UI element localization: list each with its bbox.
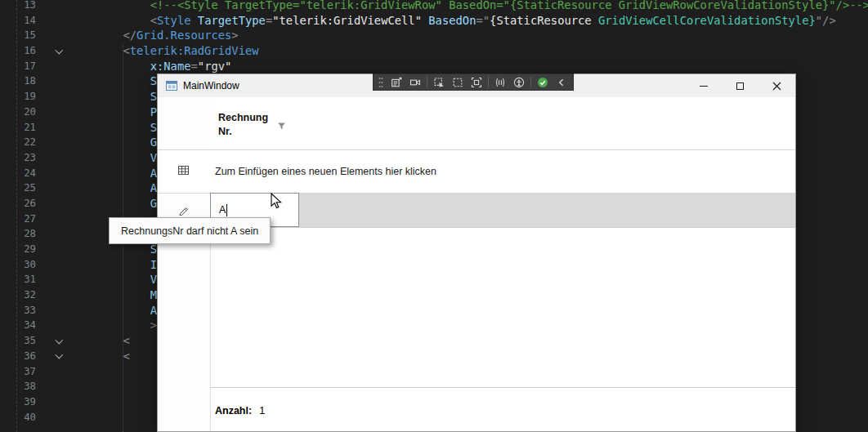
line-number: 20 xyxy=(0,105,36,120)
code-text: <telerik:RadGridView xyxy=(69,43,259,59)
code-line-16[interactable]: 16<telerik:RadGridView xyxy=(0,43,868,59)
code-line-14[interactable]: 14<Style TargetType="telerik:GridViewCel… xyxy=(0,13,868,29)
column-header-rechnung-nr[interactable]: Rechnung Nr. xyxy=(210,97,300,149)
line-number: 39 xyxy=(0,394,36,410)
line-number: 15 xyxy=(0,28,36,43)
edit-cell-value: A xyxy=(219,204,226,216)
accessibility-checker-icon[interactable] xyxy=(512,75,526,89)
line-number: 22 xyxy=(0,135,36,150)
line-number: 28 xyxy=(0,226,36,242)
text-caret xyxy=(226,204,227,216)
add-new-row-label: Zum Einfügen eines neuen Elements hier k… xyxy=(215,150,436,193)
add-new-row[interactable]: Zum Einfügen eines neuen Elements hier k… xyxy=(158,150,795,193)
code-text: V xyxy=(69,150,157,166)
code-text: P xyxy=(69,105,157,120)
code-text: A xyxy=(69,166,157,181)
hot-reload-status-icon[interactable] xyxy=(535,75,550,89)
minimize-icon xyxy=(700,86,708,87)
close-icon xyxy=(772,82,781,91)
line-number: 33 xyxy=(0,303,36,318)
code-text: M xyxy=(69,287,157,303)
line-number: 27 xyxy=(0,212,36,227)
line-number: 36 xyxy=(0,349,36,364)
code-text: I xyxy=(69,257,157,273)
code-text: S xyxy=(69,89,157,105)
code-line-13[interactable]: 13<!--<Style TargetType="telerik:GridVie… xyxy=(0,0,868,13)
line-number: 13 xyxy=(0,0,36,13)
toolbar-separator xyxy=(427,77,427,87)
maximize-icon xyxy=(736,82,744,90)
live-property-explorer-icon[interactable] xyxy=(408,75,423,89)
validation-tooltip-text: RechnungsNr darf nicht A sein xyxy=(121,225,258,237)
main-window: MainWindow Rechnung Nr. xyxy=(157,73,796,432)
window-icon xyxy=(165,79,178,92)
line-number: 18 xyxy=(0,73,36,89)
filter-icon[interactable] xyxy=(277,119,286,128)
fold-chevron-icon[interactable] xyxy=(51,43,66,59)
line-number: 25 xyxy=(0,180,36,196)
edit-pencil-icon xyxy=(178,204,190,216)
close-button[interactable] xyxy=(758,74,795,97)
line-number: 31 xyxy=(0,272,36,287)
line-number: 26 xyxy=(0,196,36,212)
row-indicator-column xyxy=(158,97,211,431)
display-layout-adorners-icon[interactable] xyxy=(450,75,465,89)
line-number: 29 xyxy=(0,242,36,257)
column-header-label: Rechnung Nr. xyxy=(218,111,277,138)
code-text: S xyxy=(69,73,157,89)
maximize-button[interactable] xyxy=(722,74,758,97)
line-number: 21 xyxy=(0,120,36,136)
footer-label: Anzahl: xyxy=(215,405,252,416)
fold-chevron-icon[interactable] xyxy=(51,333,66,349)
toolbar-separator xyxy=(488,77,489,87)
code-text: <!--<Style TargetType="telerik:GridViewR… xyxy=(69,0,868,13)
window-title: MainWindow xyxy=(183,80,239,91)
collapse-toolbar-icon[interactable] xyxy=(554,75,569,89)
enable-selection-icon[interactable] xyxy=(432,75,446,89)
code-text: <Style TargetType="telerik:GridViewCell"… xyxy=(69,13,836,29)
validation-tooltip: RechnungsNr darf nicht A sein xyxy=(109,217,271,244)
line-number: 23 xyxy=(0,150,36,166)
line-number: 34 xyxy=(0,318,36,333)
code-line-17[interactable]: 17x:Name="rgv" xyxy=(0,59,868,74)
code-text: G xyxy=(69,135,157,150)
line-number: 38 xyxy=(0,379,36,394)
toolbar-separator xyxy=(530,77,531,87)
rad-grid-view: Rechnung Nr. Zum Einf xyxy=(158,97,795,431)
footer-separator xyxy=(210,387,795,388)
line-number: 19 xyxy=(0,89,36,105)
line-number: 30 xyxy=(0,257,36,273)
screen: 13<!--<Style TargetType="telerik:GridVie… xyxy=(0,0,868,432)
vs-inapp-debug-toolbar xyxy=(373,73,574,91)
line-number: 16 xyxy=(0,43,36,59)
code-text: < xyxy=(69,349,130,364)
line-number: 17 xyxy=(0,59,36,74)
code-text: x:Name="rgv" xyxy=(69,59,231,74)
code-line-15[interactable]: 15</Grid.Resources> xyxy=(0,28,868,43)
code-text: S xyxy=(69,120,157,136)
line-number: 40 xyxy=(0,410,36,425)
add-new-row-icon xyxy=(177,164,190,176)
minimize-button[interactable] xyxy=(685,74,722,97)
code-text: > xyxy=(69,318,157,333)
footer-value: 1 xyxy=(259,405,265,416)
track-focused-element-icon[interactable] xyxy=(469,75,484,89)
line-number: 32 xyxy=(0,287,36,303)
line-number: 37 xyxy=(0,364,36,380)
mouse-cursor xyxy=(271,193,283,209)
code-text: G xyxy=(69,196,157,212)
hot-reload-icon[interactable] xyxy=(493,75,508,89)
go-to-live-visual-tree-icon[interactable] xyxy=(389,75,404,89)
fold-chevron-icon[interactable] xyxy=(51,349,66,364)
footer-count: Anzahl: 1 xyxy=(215,403,265,419)
line-number: 35 xyxy=(0,333,36,349)
code-text: A xyxy=(69,303,157,318)
line-number: 14 xyxy=(0,13,36,29)
code-text: < xyxy=(69,333,130,349)
code-text: A xyxy=(69,180,157,196)
toolbar-drag-handle[interactable] xyxy=(378,75,385,89)
line-number: 24 xyxy=(0,166,36,181)
code-text: </Grid.Resources> xyxy=(69,28,239,43)
window-controls xyxy=(685,74,795,97)
code-text: V xyxy=(69,272,157,287)
